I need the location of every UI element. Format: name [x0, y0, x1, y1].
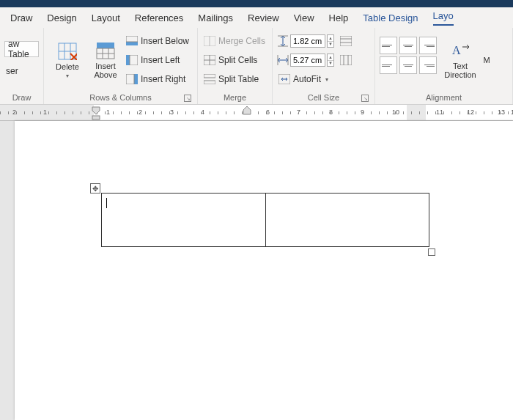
eraser-button[interactable]: ser — [4, 63, 39, 79]
ruler-number: 13 — [498, 108, 505, 116]
split-table-button[interactable]: Split Table — [202, 71, 267, 87]
row-height-spinner[interactable]: ▲▼ — [327, 34, 334, 48]
ruler-number: 1 — [43, 108, 47, 116]
text-direction-icon: A — [450, 41, 470, 60]
distribute-cols-icon[interactable] — [340, 54, 352, 66]
split-cells-button[interactable]: Split Cells — [202, 52, 267, 68]
split-cells-icon — [204, 54, 215, 66]
document-page[interactable]: ✥ — [15, 121, 513, 420]
insert-above-label: InsertAbove — [94, 62, 117, 79]
insert-below-label: Insert Below — [141, 36, 189, 46]
menu-draw[interactable]: Draw — [10, 12, 32, 23]
align-bottom-left[interactable] — [380, 56, 397, 74]
ruler-number: 11 — [436, 108, 443, 116]
insert-left-icon — [126, 54, 138, 66]
rows-cols-launcher[interactable] — [184, 95, 191, 102]
menu-table-design[interactable]: Table Design — [363, 12, 418, 23]
menu-mailings[interactable]: Mailings — [198, 12, 233, 23]
svg-rect-33 — [340, 55, 352, 65]
align-top-center[interactable] — [399, 37, 417, 54]
svg-rect-14 — [130, 55, 138, 65]
merge-cells-icon — [204, 35, 215, 47]
delete-icon — [57, 42, 78, 61]
table-cell-1[interactable] — [102, 194, 266, 246]
text-cursor — [106, 198, 107, 208]
alignment-group-label: Alignment — [380, 92, 508, 104]
insert-right-label: Insert Right — [141, 74, 185, 84]
svg-rect-13 — [126, 55, 130, 65]
svg-rect-15 — [134, 74, 138, 84]
menu-layout[interactable]: Layout — [92, 12, 120, 23]
draw-table-label: aw Table — [8, 39, 35, 59]
chevron-down-icon: ▾ — [325, 76, 328, 83]
cell-margins-button[interactable]: M — [481, 31, 492, 89]
ruler-number: 2 — [139, 108, 142, 116]
merge-group-label: Merge — [202, 92, 267, 104]
ribbon: aw Table ser Draw Delete ▾ In — [0, 28, 513, 105]
insert-right-icon — [126, 73, 138, 85]
rows-cols-group-label: Rows & Columns — [89, 93, 151, 102]
svg-rect-16 — [126, 74, 134, 84]
svg-marker-42 — [243, 106, 251, 114]
menu-design[interactable]: Design — [47, 12, 76, 23]
split-table-icon — [204, 73, 215, 85]
delete-label: Delete — [56, 62, 79, 71]
insert-left-button[interactable]: Insert Left — [125, 52, 191, 68]
insert-above-icon — [95, 41, 116, 60]
text-direction-label: TextDirection — [444, 62, 476, 79]
align-top-left[interactable] — [380, 37, 397, 54]
cell-size-launcher[interactable] — [361, 95, 369, 102]
svg-rect-27 — [340, 36, 352, 46]
ruler-number: 1 — [106, 108, 110, 116]
eraser-label: ser — [6, 66, 18, 76]
cell-size-group-label: Cell Size — [308, 93, 339, 102]
menu-review[interactable]: Review — [248, 12, 279, 23]
insert-right-button[interactable]: Insert Right — [125, 71, 191, 87]
align-bottom-center[interactable] — [399, 56, 417, 74]
svg-rect-6 — [97, 43, 114, 48]
align-top-right[interactable] — [419, 37, 437, 54]
distribute-rows-icon[interactable] — [340, 35, 352, 47]
menu-layout-tab[interactable]: Layo — [433, 10, 454, 26]
insert-above-button[interactable]: InsertAbove — [86, 31, 125, 89]
autofit-button[interactable]: AutoFit ▾ — [277, 71, 352, 87]
menu-references[interactable]: References — [135, 12, 183, 23]
menu-help[interactable]: Help — [329, 12, 349, 23]
table[interactable] — [101, 193, 429, 247]
table-resize-handle[interactable] — [428, 248, 435, 256]
delete-button[interactable]: Delete ▾ — [48, 31, 86, 89]
svg-rect-12 — [126, 36, 138, 42]
draw-table-button[interactable]: aw Table — [4, 41, 39, 57]
insert-below-button[interactable]: Insert Below — [125, 33, 191, 49]
draw-group-label: Draw — [4, 92, 39, 104]
menu-bar: Draw Design Layout References Mailings R… — [0, 7, 513, 28]
col-width-input[interactable] — [290, 54, 325, 67]
cell-margins-label: M — [483, 56, 490, 65]
row-height-input[interactable] — [290, 34, 325, 48]
split-table-label: Split Table — [218, 74, 259, 84]
text-direction-button[interactable]: A TextDirection — [440, 31, 481, 89]
merge-cells-label: Merge Cells — [218, 36, 265, 46]
chevron-down-icon: ▾ — [66, 73, 69, 79]
svg-text:A: A — [452, 44, 461, 56]
indent-marker-left[interactable] — [91, 106, 101, 120]
autofit-icon — [278, 73, 290, 85]
row-height-icon — [277, 35, 289, 47]
col-width-icon — [277, 54, 289, 66]
indent-marker-mid[interactable] — [243, 106, 251, 116]
title-bar — [0, 0, 513, 7]
insert-below-icon — [126, 35, 138, 47]
insert-left-label: Insert Left — [141, 55, 180, 65]
autofit-label: AutoFit — [293, 74, 321, 84]
horizontal-ruler[interactable]: 2112346789101112131 — [0, 105, 513, 121]
align-bottom-right[interactable] — [419, 56, 437, 74]
merge-cells-button[interactable]: Merge Cells — [202, 33, 267, 49]
table-move-handle[interactable]: ✥ — [90, 183, 100, 194]
menu-view[interactable]: View — [294, 12, 314, 23]
svg-rect-23 — [204, 81, 215, 84]
svg-rect-41 — [92, 116, 100, 119]
split-cells-label: Split Cells — [218, 55, 257, 65]
col-width-spinner[interactable]: ▲▼ — [327, 54, 334, 67]
svg-rect-22 — [204, 74, 215, 78]
table-cell-2[interactable] — [266, 194, 429, 246]
